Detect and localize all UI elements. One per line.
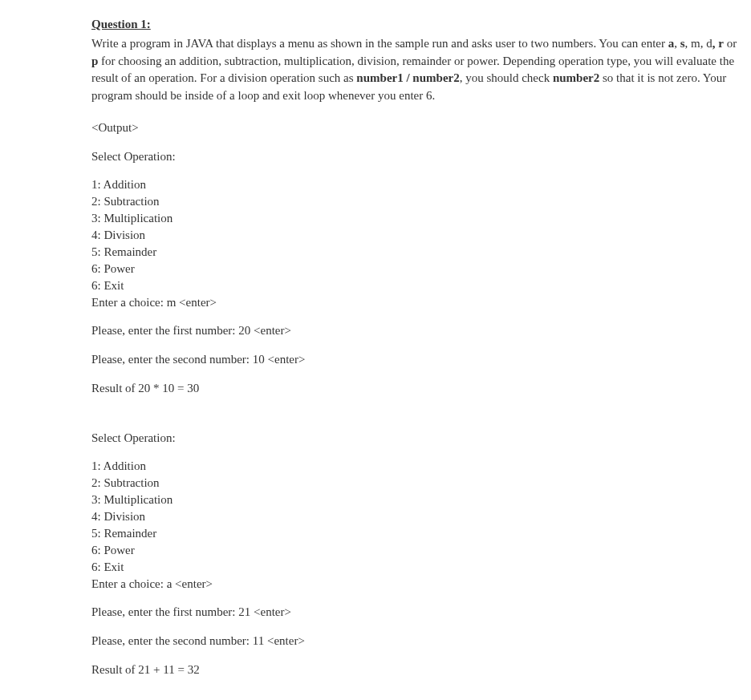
menu-item-addition: 1: Addition <box>91 458 751 475</box>
menu-item-subtraction: 2: Subtraction <box>91 193 751 210</box>
intro-text: , <box>674 37 680 50</box>
result-line-2: Result of 21 + 11 = 32 <box>91 662 751 679</box>
menu-item-subtraction: 2: Subtraction <box>91 475 751 492</box>
menu-item-division: 4: Division <box>91 227 751 244</box>
intro-paragraph: Write a program in JAVA that displays a … <box>91 35 741 105</box>
menu-item-power: 6: Power <box>91 542 751 559</box>
menu-block-2: 1: Addition 2: Subtraction 3: Multiplica… <box>91 458 751 593</box>
select-operation-label: Select Operation: <box>91 148 751 166</box>
bold-division-expr: number1 / number2 <box>356 71 459 84</box>
menu-item-power: 6: Power <box>91 261 751 277</box>
intro-text: Write a program in JAVA that displays a … <box>91 37 668 50</box>
intro-text: , m, d <box>685 37 712 50</box>
bold-number2: number2 <box>553 71 599 84</box>
menu-item-multiplication: 3: Multiplication <box>91 492 751 508</box>
enter-choice-1: Enter a choice: m <enter> <box>91 294 751 311</box>
menu-item-remainder: 5: Remainder <box>91 525 751 542</box>
output-start-tag: <Output> <box>91 119 751 137</box>
bold-r: , r <box>712 37 724 50</box>
first-number-prompt-1: Please, enter the first number: 20 <ente… <box>91 322 751 340</box>
menu-item-exit: 6: Exit <box>91 277 751 294</box>
menu-item-multiplication: 3: Multiplication <box>91 210 751 227</box>
enter-choice-2: Enter a choice: a <enter> <box>91 576 751 593</box>
menu-item-remainder: 5: Remainder <box>91 244 751 261</box>
first-number-prompt-2: Please, enter the first number: 21 <ente… <box>91 604 751 621</box>
menu-item-division: 4: Division <box>91 508 751 525</box>
second-number-prompt-1: Please, enter the second number: 10 <ent… <box>91 351 751 369</box>
second-number-prompt-2: Please, enter the second number: 11 <ent… <box>91 633 751 650</box>
menu-item-exit: 6: Exit <box>91 559 751 576</box>
menu-block-1: 1: Addition 2: Subtraction 3: Multiplica… <box>91 176 751 311</box>
intro-text: or <box>724 37 737 50</box>
result-line-1: Result of 20 * 10 = 30 <box>91 380 751 398</box>
question-title: Question 1: <box>91 16 751 34</box>
ellipsis-dot: . <box>91 690 751 701</box>
intro-text: , you should check <box>460 71 553 84</box>
menu-item-addition: 1: Addition <box>91 176 751 193</box>
select-operation-label-2: Select Operation: <box>91 430 751 447</box>
